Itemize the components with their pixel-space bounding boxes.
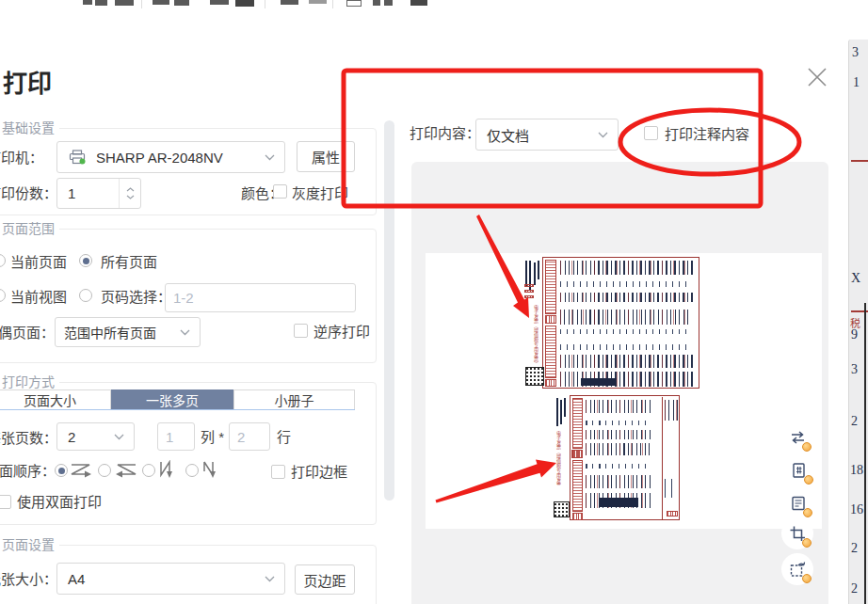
toolbar-fragment (153, 0, 169, 5)
rows-input[interactable]: 2 (229, 422, 270, 451)
print-content-select[interactable]: 仅文档 (475, 119, 619, 151)
all-pages-radio[interactable] (79, 254, 92, 267)
thumb2-row (586, 443, 650, 455)
close-icon (805, 65, 829, 89)
current-page-label: 当前页面 (10, 254, 67, 271)
tab-multiple-per-sheet[interactable]: 一张多页 (111, 389, 233, 410)
sliver-red-rule (851, 160, 868, 162)
pages-per-sheet-select[interactable]: 2 (56, 422, 135, 451)
tab-page-size[interactable]: 页面大小 (0, 389, 111, 410)
grayscale-checkbox[interactable] (273, 184, 287, 199)
page-select-input[interactable]: 1-2 (165, 283, 356, 312)
print-content-value: 仅文档 (476, 125, 598, 145)
settings-scrollbar[interactable] (384, 120, 394, 501)
tool-badge (802, 538, 812, 548)
page-select-radio[interactable] (79, 289, 92, 302)
copies-stepper[interactable]: 1 (56, 178, 141, 209)
order-reverse-vertical-n-radio[interactable] (185, 464, 199, 477)
pages-per-sheet-value: 2 (57, 429, 114, 445)
sliver-fragment: 9 (851, 327, 858, 342)
thumb2-right-column (665, 400, 678, 421)
float-tool-doc-summary[interactable] (782, 487, 814, 519)
all-pages-label: 所有页面 (101, 254, 157, 271)
pages-per-sheet-label: 每张页数： (0, 430, 57, 447)
print-annotations-checkbox[interactable] (644, 126, 658, 140)
float-tool-screenshot[interactable] (781, 553, 813, 585)
rows-unit-label: 行 (277, 429, 291, 446)
thumb2-text-bar (560, 400, 562, 424)
sliver-fragment: 16 (850, 502, 863, 517)
thumb2-row (586, 421, 648, 425)
columns-input[interactable]: 1 (157, 422, 195, 451)
toolbar-separator (332, 0, 333, 8)
printer-name: SHARP AR-2048NV (87, 150, 265, 166)
duplex-checkbox[interactable] (0, 495, 11, 509)
toolbar-fragment (83, 0, 92, 5)
thumb1-row (560, 310, 692, 325)
rows-value: 2 (230, 429, 269, 445)
chevron-down-icon (265, 576, 275, 582)
copies-value: 1 (57, 185, 119, 201)
printer-select[interactable]: SHARP AR-2048NV (56, 141, 285, 173)
thumb1-row (560, 344, 690, 350)
tool-badge (802, 442, 812, 452)
reverse-print-checkbox[interactable] (294, 324, 308, 338)
chevron-down-icon (180, 329, 190, 336)
chevron-down-icon (114, 434, 124, 440)
printer-label: 打印机： (0, 150, 43, 167)
thumb1-qr-code (525, 367, 544, 386)
printer-properties-button[interactable]: 属性 (297, 141, 355, 172)
tool-badge (804, 475, 813, 485)
float-tool-crop[interactable] (781, 517, 813, 549)
thumb2-text-bar (556, 398, 558, 426)
sliver-fragment: 18 (850, 463, 863, 478)
thumb2-row (586, 400, 651, 413)
thumb1-row (560, 355, 694, 368)
thumb1-red-row (524, 290, 534, 293)
sliver-fragment: 2 (851, 541, 858, 556)
page-select-value: 1-2 (166, 290, 355, 306)
paper-size-select[interactable]: A4 (56, 563, 285, 595)
toolbar-fragment (115, 0, 134, 6)
paper-size-label: 纸张大小： (0, 571, 57, 588)
odd-even-select[interactable]: 范围中所有页面 (55, 317, 201, 347)
printer-icon (69, 150, 87, 165)
spinner-up-down-icon[interactable] (119, 179, 140, 208)
sliver-table-border (864, 303, 866, 604)
order-reverse-vertical-n-icon (201, 460, 219, 481)
order-z-radio[interactable] (55, 464, 68, 477)
reverse-print-label: 逆序打印 (313, 324, 370, 341)
print-method-legend: 打印方式 (0, 374, 59, 389)
basic-settings-legend: 基础设置 (0, 120, 59, 135)
thumb2-row (586, 430, 651, 439)
float-tool-doc-number[interactable] (783, 454, 815, 486)
chevron-down-icon (265, 154, 275, 161)
thumb1-row (560, 261, 696, 275)
order-reverse-z-radio[interactable] (98, 464, 111, 477)
page-range-legend: 页面范围 (0, 221, 59, 236)
thumb2-gap-column (653, 397, 662, 519)
page-select-label: 页码选择： (101, 289, 171, 306)
thumb1-left-strip (545, 260, 556, 314)
thumb2-row (586, 464, 646, 469)
order-z-icon (70, 462, 94, 478)
toolbar-fragment (95, 0, 107, 6)
grayscale-label: 灰度打印 (292, 185, 348, 202)
thumb1-strip-label (545, 315, 556, 324)
current-view-label: 当前视图 (10, 289, 67, 306)
toolbar-fragment (373, 0, 380, 6)
print-border-checkbox[interactable] (271, 465, 285, 479)
toolbar-fragment (384, 0, 393, 6)
thumb2-left-strip (572, 398, 583, 449)
toolbar-fragment (210, 0, 229, 5)
order-vertical-n-radio[interactable] (142, 464, 155, 477)
print-dialog-screen: 打印 基础设置 打印机： SHARP AR-2048NV 属性 打印份数： 1 (0, 0, 868, 604)
close-button[interactable] (805, 65, 829, 89)
print-border-label: 打印边框 (291, 464, 347, 481)
thumb1-red-row (524, 284, 534, 287)
page-margins-button[interactable]: 页边距 (295, 564, 355, 595)
float-tool-translate[interactable] (781, 421, 813, 453)
tab-booklet[interactable]: 小册子 (233, 389, 355, 410)
thumb2-red-label (571, 450, 583, 458)
sliver-fragment: X (851, 271, 860, 286)
